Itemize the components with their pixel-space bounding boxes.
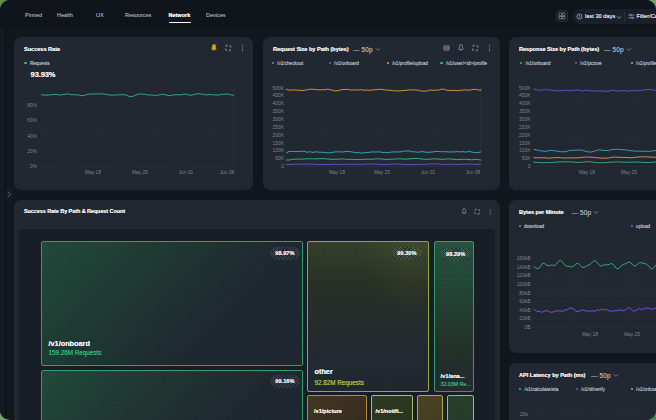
svg-text:80kB: 80kB: [519, 291, 530, 296]
svg-text:200K: 200K: [519, 133, 531, 138]
svg-text:0: 0: [281, 164, 284, 169]
svg-text:0B: 0B: [525, 325, 531, 330]
svg-text:Jun 01: Jun 01: [421, 170, 436, 175]
svg-text:50K: 50K: [522, 156, 531, 161]
svg-text:0%: 0%: [30, 164, 38, 169]
svg-text:40%: 40%: [27, 134, 37, 139]
svg-text:100K: 100K: [273, 148, 285, 153]
svg-text:May 25: May 25: [624, 332, 640, 337]
svg-text:Jun 08: Jun 08: [220, 170, 235, 175]
svg-text:May 18: May 18: [329, 170, 345, 175]
svg-text:160kB: 160kB: [517, 256, 531, 261]
svg-text:350K: 350K: [273, 109, 285, 114]
svg-text:20%: 20%: [27, 149, 37, 154]
svg-text:120kB: 120kB: [517, 273, 531, 278]
svg-text:350K: 350K: [519, 109, 531, 114]
svg-text:100K: 100K: [519, 148, 531, 153]
svg-text:300K: 300K: [519, 117, 531, 122]
svg-text:450K: 450K: [519, 93, 531, 98]
svg-text:200K: 200K: [273, 133, 285, 138]
svg-text:400K: 400K: [519, 101, 531, 106]
svg-text:40kB: 40kB: [519, 308, 530, 313]
svg-text:80%: 80%: [27, 103, 37, 108]
svg-text:May 25: May 25: [132, 170, 148, 175]
svg-text:0: 0: [528, 164, 531, 169]
svg-text:60kB: 60kB: [519, 299, 530, 304]
svg-text:250K: 250K: [273, 125, 285, 130]
svg-text:May 18: May 18: [85, 170, 101, 175]
svg-text:140kB: 140kB: [517, 265, 531, 270]
svg-text:150K: 150K: [519, 141, 531, 146]
svg-text:400K: 400K: [273, 101, 285, 106]
svg-text:20kB: 20kB: [519, 316, 530, 321]
svg-text:Jun 08: Jun 08: [466, 170, 481, 175]
svg-text:500K: 500K: [273, 86, 285, 91]
svg-text:May 25: May 25: [621, 170, 637, 175]
svg-text:60%: 60%: [27, 118, 37, 123]
svg-text:May 25: May 25: [374, 170, 390, 175]
svg-text:450K: 450K: [273, 93, 285, 98]
svg-text:150K: 150K: [273, 141, 285, 146]
svg-text:250K: 250K: [519, 125, 531, 130]
svg-text:May 18: May 18: [579, 170, 595, 175]
svg-text:100kB: 100kB: [517, 282, 531, 287]
svg-text:50K: 50K: [275, 156, 284, 161]
svg-text:300K: 300K: [273, 117, 285, 122]
svg-text:May 18: May 18: [582, 332, 598, 337]
svg-text:500K: 500K: [519, 86, 531, 91]
svg-text:Jun 01: Jun 01: [179, 170, 194, 175]
svg-text:20s: 20s: [520, 412, 528, 417]
